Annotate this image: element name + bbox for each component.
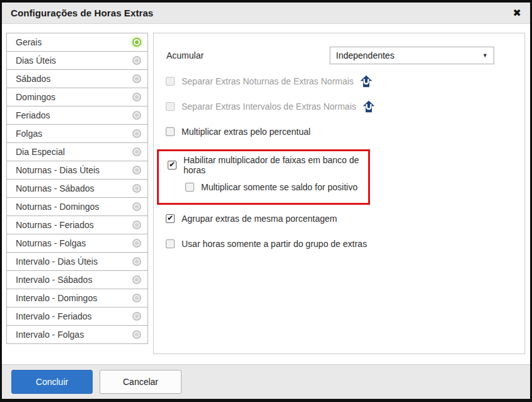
sidebar-item-gerais[interactable]: Gerais xyxy=(6,33,148,52)
option-label: Agrupar extras de mesma porcentagem xyxy=(182,214,337,224)
sidebar-item-label: Domingos xyxy=(16,92,55,102)
sidebar-item-noturnas-feriados[interactable]: Noturnas - Feriados xyxy=(6,215,148,234)
sidebar-item-label: Sábados xyxy=(16,74,50,84)
dialog-titlebar: Configurações de Horas Extras ✖ xyxy=(2,3,530,24)
option-habilitar-multiplicador: ✔ Habilitar multiplicador de faixas em b… xyxy=(168,157,363,173)
checkbox-unchecked[interactable]: ✔ xyxy=(185,183,194,192)
radio-icon xyxy=(132,129,141,138)
sidebar-item-noturnas-domingos[interactable]: Noturnas - Domingos xyxy=(6,197,148,216)
checkbox-unchecked: ✔ xyxy=(166,77,175,86)
option-separar-noturnas: ✔ Separar Extras Noturnas de Extras Norm… xyxy=(166,73,524,89)
sidebar-item-dia-especial[interactable]: Dia Especial xyxy=(6,142,148,161)
radio-icon xyxy=(132,111,141,120)
cancelar-button[interactable]: Cancelar xyxy=(100,370,182,394)
option-agrupar-extras: ✔ Agrupar extras de mesma porcentagem xyxy=(166,210,524,227)
concluir-button[interactable]: Concluir xyxy=(11,370,93,394)
sidebar-item-label: Noturnas - Sábados xyxy=(16,183,95,193)
checkbox-unchecked: ✔ xyxy=(166,102,175,111)
radio-icon xyxy=(132,74,141,83)
checkbox-checked[interactable]: ✔ xyxy=(166,214,175,223)
sidebar-item-label: Intervalo - Folgas xyxy=(16,330,84,340)
radio-icon xyxy=(132,257,141,266)
sidebar-item-feriados[interactable]: Feriados xyxy=(6,106,148,125)
sidebar-item-noturnas-folgas[interactable]: Noturnas - Folgas xyxy=(6,234,148,253)
radio-icon xyxy=(132,312,141,321)
option-multiplicar-saldo-positivo: ✔ Multiplicar somente se saldo for posit… xyxy=(185,179,363,195)
radio-icon xyxy=(132,202,141,211)
sidebar-item-label: Dia Especial xyxy=(16,147,65,157)
radio-icon xyxy=(132,239,141,248)
sidebar-item-sabados[interactable]: Sábados xyxy=(6,69,148,88)
sidebar-item-folgas[interactable]: Folgas xyxy=(6,124,148,143)
u-arrow-up-icon xyxy=(362,100,376,113)
sidebar-item-label: Noturnas - Dias Úteis xyxy=(16,165,100,175)
radio-icon xyxy=(132,56,141,65)
option-label: Separar Extras Noturnas de Extras Normai… xyxy=(182,76,354,86)
sidebar-item-domingos[interactable]: Domingos xyxy=(6,88,148,106)
checkbox-unchecked[interactable]: ✔ xyxy=(166,127,175,136)
option-label: Usar horas somente a partir do grupo de … xyxy=(182,239,367,249)
sidebar-item-label: Intervalo - Domingos xyxy=(16,293,97,303)
radio-icon xyxy=(132,275,141,284)
sidebar-item-label: Intervalo - Feriados xyxy=(16,311,92,321)
sidebar-item-noturnas-dias-uteis[interactable]: Noturnas - Dias Úteis xyxy=(6,161,148,180)
sidebar-item-intervalo-folgas[interactable]: Intervalo - Folgas xyxy=(6,325,148,344)
sidebar-item-label: Feriados xyxy=(16,110,50,120)
radio-icon xyxy=(132,147,141,156)
sidebar-item-intervalo-feriados[interactable]: Intervalo - Feriados xyxy=(6,307,148,326)
sidebar-item-label: Noturnas - Domingos xyxy=(16,202,99,212)
radio-icon xyxy=(132,166,141,175)
option-label: Multiplicar somente se saldo for positiv… xyxy=(201,182,357,192)
radio-icon xyxy=(132,93,141,101)
acumular-row: Acumular Independentes ▼ xyxy=(166,47,494,64)
sidebar-item-noturnas-sabados[interactable]: Noturnas - Sábados xyxy=(6,179,148,198)
option-separar-intervalos: ✔ Separar Extras Intervalos de Extras No… xyxy=(166,98,524,115)
dialog-footer: Concluir Cancelar xyxy=(2,364,530,399)
chevron-down-icon: ▼ xyxy=(482,52,488,59)
checkbox-unchecked[interactable]: ✔ xyxy=(166,239,175,248)
dialog-title: Configurações de Horas Extras xyxy=(11,8,153,18)
radio-icon xyxy=(132,294,141,302)
option-usar-horas-grupo: ✔ Usar horas somente a partir do grupo d… xyxy=(166,236,524,252)
option-label: Multiplicar extras pelo percentual xyxy=(182,127,311,137)
option-label: Separar Extras Intervalos de Extras Norm… xyxy=(182,101,356,112)
sidebar-item-intervalo-dias-uteis[interactable]: Intervalo - Dias Úteis xyxy=(6,252,148,271)
sidebar-item-label: Folgas xyxy=(16,129,42,139)
highlight-annotation-box: ✔ Habilitar multiplicador de faixas em b… xyxy=(157,149,370,205)
option-label: Habilitar multiplicador de faixas em ban… xyxy=(183,155,363,175)
sidebar-item-label: Intervalo - Sábados xyxy=(16,275,92,285)
sidebar-item-label: Noturnas - Feriados xyxy=(16,220,94,230)
sidebar-item-dias-uteis[interactable]: Dias Úteis xyxy=(6,51,148,70)
radio-selected-icon xyxy=(132,38,141,47)
sidebar-item-intervalo-domingos[interactable]: Intervalo - Domingos xyxy=(6,289,148,307)
sidebar-item-label: Gerais xyxy=(16,37,42,47)
overtime-settings-dialog: Configurações de Horas Extras ✖ Gerais D… xyxy=(0,0,532,402)
radio-icon xyxy=(132,330,141,339)
settings-panel: Acumular Independentes ▼ ✔ Separar Extra… xyxy=(153,33,525,354)
sidebar-item-label: Noturnas - Folgas xyxy=(16,238,86,248)
option-multiplicar-percentual: ✔ Multiplicar extras pelo percentual xyxy=(166,123,524,140)
sidebar-item-label: Intervalo - Dias Úteis xyxy=(16,256,98,267)
u-arrow-up-icon xyxy=(359,74,373,88)
acumular-select-value: Independentes xyxy=(336,50,395,60)
acumular-select[interactable]: Independentes ▼ xyxy=(330,47,494,64)
acumular-label: Acumular xyxy=(166,50,204,60)
category-sidebar: Gerais Dias Úteis Sábados Domingos Feria… xyxy=(6,33,148,344)
radio-icon xyxy=(132,184,141,193)
dialog-content: Gerais Dias Úteis Sábados Domingos Feria… xyxy=(2,24,530,364)
radio-icon xyxy=(132,221,141,229)
sidebar-item-label: Dias Úteis xyxy=(16,55,56,66)
close-icon[interactable]: ✖ xyxy=(513,8,521,18)
sidebar-item-intervalo-sabados[interactable]: Intervalo - Sábados xyxy=(6,270,148,289)
checkbox-checked[interactable]: ✔ xyxy=(168,161,176,169)
